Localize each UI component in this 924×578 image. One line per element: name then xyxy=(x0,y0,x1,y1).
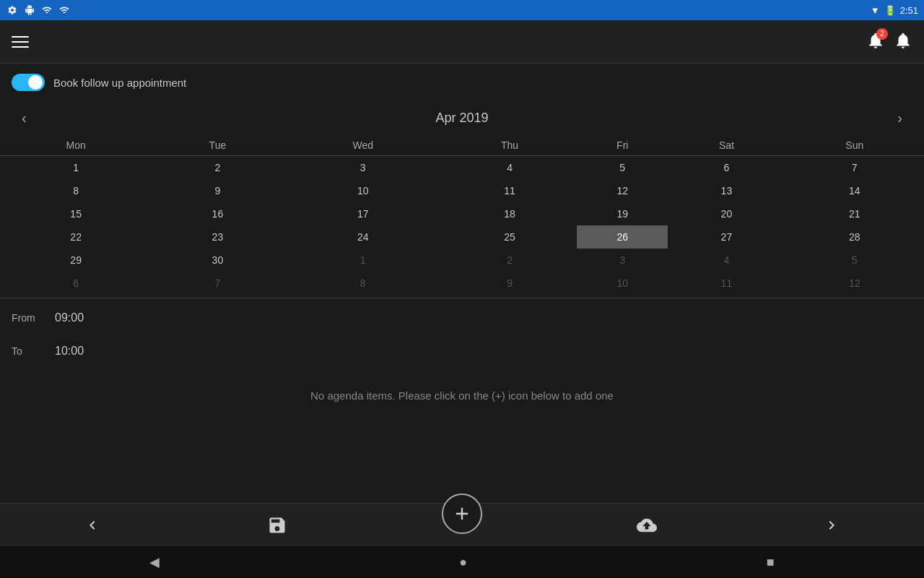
calendar-day[interactable]: 11 xyxy=(443,179,577,202)
calendar-day[interactable]: 14 xyxy=(785,179,924,202)
calendar-day[interactable]: 6 xyxy=(0,272,152,295)
prev-month-button[interactable]: ‹ xyxy=(14,107,34,129)
bottom-nav xyxy=(0,503,924,546)
calendar-week-3: 22232425262728 xyxy=(0,225,924,249)
from-label: From xyxy=(12,312,38,324)
to-label: To xyxy=(12,345,38,357)
calendar-day[interactable]: 19 xyxy=(577,202,668,225)
calendar-day[interactable]: 28 xyxy=(785,225,924,249)
calendar-day[interactable]: 1 xyxy=(284,249,443,272)
calendar-day[interactable]: 25 xyxy=(443,225,577,249)
calendar-month-title: Apr 2019 xyxy=(435,111,488,126)
calendar-week-0: 1234567 xyxy=(0,156,924,180)
to-value[interactable]: 10:00 xyxy=(55,345,84,358)
calendar-day[interactable]: 9 xyxy=(443,272,577,295)
upload-button[interactable] xyxy=(554,515,739,535)
calendar-day[interactable]: 8 xyxy=(284,272,443,295)
calendar-day[interactable]: 6 xyxy=(668,156,785,180)
calendar-day[interactable]: 23 xyxy=(152,225,283,249)
system-nav: ◀ ● ■ xyxy=(0,546,924,578)
day-header-sat: Sat xyxy=(668,135,785,156)
calendar-day[interactable]: 4 xyxy=(668,249,785,272)
calendar-day[interactable]: 17 xyxy=(284,202,443,225)
to-row: To 10:00 xyxy=(0,335,924,368)
day-header-wed: Wed xyxy=(284,135,443,156)
calendar-week-2: 15161718192021 xyxy=(0,202,924,225)
follow-up-label: Book follow up appointment xyxy=(53,77,186,89)
day-header-mon: Mon xyxy=(0,135,152,156)
calendar-day[interactable]: 30 xyxy=(152,249,283,272)
calendar-day-headers: MonTueWedThuFriSatSun xyxy=(0,135,924,156)
calendar-day[interactable]: 3 xyxy=(577,249,668,272)
calendar-day[interactable]: 13 xyxy=(668,179,785,202)
status-right: ▼ 🔋 2:51 xyxy=(871,5,918,16)
prev-button[interactable] xyxy=(0,517,185,534)
notification-button[interactable]: 2 xyxy=(866,31,885,53)
settings-icon xyxy=(6,4,19,17)
calendar-day[interactable]: 8 xyxy=(0,179,152,202)
day-header-fri: Fri xyxy=(577,135,668,156)
calendar-day[interactable]: 29 xyxy=(0,249,152,272)
app-bar-right: 2 xyxy=(866,31,912,53)
calendar-day[interactable]: 7 xyxy=(785,156,924,180)
wifi-signal-icon: ▼ xyxy=(871,5,880,16)
main-content: Book follow up appointment ‹ Apr 2019 › … xyxy=(0,64,924,503)
calendar-week-4: 293012345 xyxy=(0,249,924,272)
calendar-day[interactable]: 22 xyxy=(0,225,152,249)
android-icon xyxy=(23,4,36,17)
calendar-day[interactable]: 12 xyxy=(785,272,924,295)
follow-up-toggle-row: Book follow up appointment xyxy=(0,64,924,101)
notification-count: 2 xyxy=(876,28,888,40)
calendar-day[interactable]: 16 xyxy=(152,202,283,225)
calendar-day[interactable]: 9 xyxy=(152,179,283,202)
calendar-day[interactable]: 27 xyxy=(668,225,785,249)
calendar-separator xyxy=(0,298,924,298)
status-time: 2:51 xyxy=(900,5,918,16)
calendar-day[interactable]: 7 xyxy=(152,272,283,295)
calendar-day[interactable]: 10 xyxy=(577,272,668,295)
calendar-week-1: 891011121314 xyxy=(0,179,924,202)
data-icon xyxy=(40,4,53,17)
wifi-icon xyxy=(58,4,71,17)
day-header-thu: Thu xyxy=(443,135,577,156)
next-month-button[interactable]: › xyxy=(890,107,910,129)
calendar-day[interactable]: 2 xyxy=(152,156,283,180)
calendar-day[interactable]: 20 xyxy=(668,202,785,225)
calendar-day[interactable]: 2 xyxy=(443,249,577,272)
calendar-day[interactable]: 18 xyxy=(443,202,577,225)
calendar-day[interactable]: 4 xyxy=(443,156,577,180)
calendar-day[interactable]: 26 xyxy=(577,225,668,249)
menu-button[interactable] xyxy=(12,36,29,48)
calendar-day[interactable]: 15 xyxy=(0,202,152,225)
calendar-grid: MonTueWedThuFriSatSun 123456789101112131… xyxy=(0,135,924,295)
day-header-sun: Sun xyxy=(785,135,924,156)
calendar-day[interactable]: 11 xyxy=(668,272,785,295)
back-button[interactable]: ◀ xyxy=(149,554,160,570)
calendar-day[interactable]: 12 xyxy=(577,179,668,202)
calendar-day[interactable]: 1 xyxy=(0,156,152,180)
calendar-day[interactable]: 24 xyxy=(284,225,443,249)
save-button[interactable] xyxy=(185,515,370,535)
from-value[interactable]: 09:00 xyxy=(55,311,84,324)
calendar-header: ‹ Apr 2019 › xyxy=(0,101,924,135)
bell-icon[interactable] xyxy=(894,31,912,53)
calendar-day[interactable]: 21 xyxy=(785,202,924,225)
calendar-week-5: 6789101112 xyxy=(0,272,924,295)
day-header-tue: Tue xyxy=(152,135,283,156)
status-icons-left xyxy=(6,4,71,17)
recent-button[interactable]: ■ xyxy=(767,555,775,570)
add-circle-icon xyxy=(442,493,482,534)
app-bar: 2 xyxy=(0,20,924,64)
add-button[interactable] xyxy=(370,493,554,534)
calendar-day[interactable]: 5 xyxy=(577,156,668,180)
battery-icon: 🔋 xyxy=(884,5,896,16)
calendar-day[interactable]: 5 xyxy=(785,249,924,272)
calendar-day[interactable]: 3 xyxy=(284,156,443,180)
calendar-body: 1234567891011121314151617181920212223242… xyxy=(0,156,924,296)
next-button[interactable] xyxy=(739,517,924,534)
agenda-empty-message: No agenda items. Please click on the (+)… xyxy=(0,368,924,423)
status-bar: ▼ 🔋 2:51 xyxy=(0,0,924,20)
calendar-day[interactable]: 10 xyxy=(284,179,443,202)
follow-up-toggle[interactable] xyxy=(12,74,45,91)
home-button[interactable]: ● xyxy=(459,555,467,570)
